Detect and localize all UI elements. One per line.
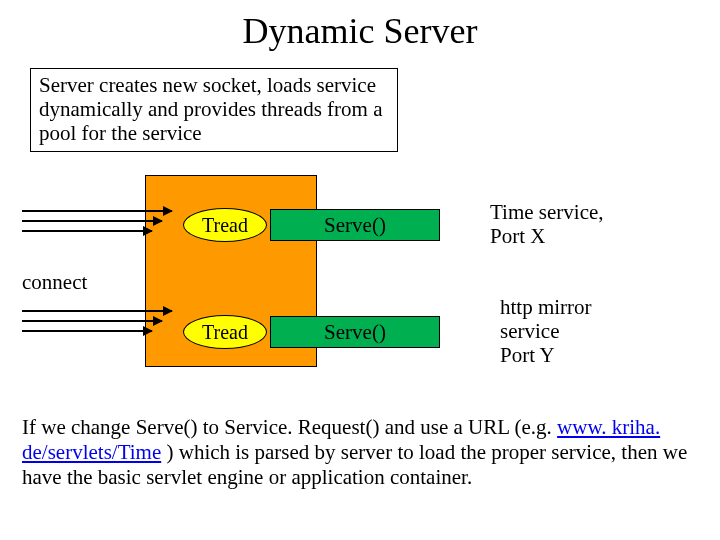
text: Time service,: [490, 200, 604, 224]
connect-label: connect: [22, 270, 87, 295]
text: http mirror: [500, 295, 592, 319]
arrow: [22, 220, 162, 222]
arrow: [22, 310, 172, 312]
text: service: [500, 319, 559, 343]
text: Port Y: [500, 343, 555, 367]
arrow-group-bottom: [22, 310, 172, 340]
bottom-paragraph: If we change Serve() to Service. Request…: [22, 415, 698, 491]
serve-box-1: Serve(): [270, 209, 440, 241]
arrow: [22, 230, 152, 232]
thread-oval-1: Tread: [183, 208, 267, 242]
service-label-2: http mirror service Port Y: [500, 295, 592, 367]
arrow: [22, 330, 152, 332]
slide-title: Dynamic Server: [0, 0, 720, 52]
description-box: Server creates new socket, loads service…: [30, 68, 398, 152]
service-label-1: Time service, Port X: [490, 200, 604, 248]
thread-oval-2: Tread: [183, 315, 267, 349]
arrow: [22, 210, 172, 212]
arrow-group-top: [22, 210, 172, 240]
arrow: [22, 320, 162, 322]
text: Port X: [490, 224, 545, 248]
serve-box-2: Serve(): [270, 316, 440, 348]
text: If we change Serve() to Service. Request…: [22, 415, 557, 439]
